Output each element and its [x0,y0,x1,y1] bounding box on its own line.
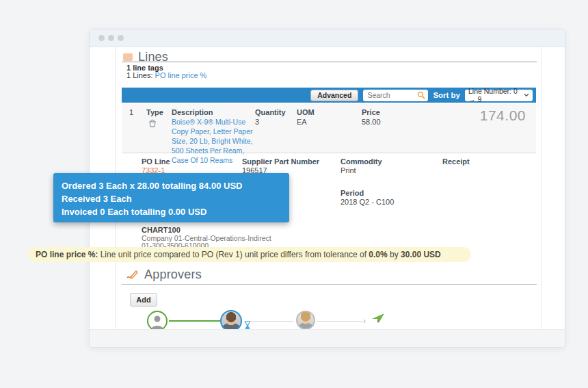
chevron-down-icon [524,93,529,97]
sort-dropdown[interactable]: Line Number: 0 → 9 [465,90,533,101]
line-tags-detail: 1 Lines: PO line price % [126,71,206,79]
col-header-uom: UOM [297,108,315,116]
tolerance-note-text-1: Line unit price compared to PO (Rev 1) u… [98,250,369,259]
period-header: Period [340,189,364,197]
add-approver-button[interactable]: Add [130,293,157,307]
approvers-section-divider [122,284,537,285]
col-header-quantity: Quantity [255,108,286,116]
tolerance-note-text-2: by [388,250,401,259]
line-price: 58.00 [362,118,381,126]
signature-pen-icon [126,270,139,280]
window-footer [90,329,565,347]
approvers-section-title: Approvers [144,268,202,282]
line-total: 174.00 [480,107,526,124]
account-code: CHART100 [142,226,181,234]
tolerance-note-percent: 0.0% [369,250,387,259]
approver-avatar-3[interactable] [296,311,315,330]
commodity-value: Print [340,166,356,174]
tooltip-invoiced-line: Invoiced 0 Each totalling 0.00 USD [62,205,281,218]
line-item-row: 1 Type Description Boise® X-9® Multi-Use… [122,104,536,153]
sort-by-label: Sort by [433,91,460,99]
chain-arrow-icon: › [363,318,366,324]
approver-avatar-2-current[interactable] [220,310,242,331]
window-dot-2[interactable] [108,35,114,41]
col-header-description: Description [172,108,213,116]
commodity-header: Commodity [340,157,382,166]
search-icon[interactable] [417,91,425,99]
pending-connector-line-2 [317,321,363,322]
shopping-cart-icon [147,118,158,128]
window-dot-3[interactable] [118,35,124,41]
lines-section-divider [122,62,537,62]
period-value: 2018 Q2 - C100 [340,198,394,206]
advanced-button[interactable]: Advanced [310,90,358,101]
tolerance-warning-note: PO line price %: Line unit price compare… [28,247,471,262]
approver-avatar-1[interactable] [147,311,168,331]
window-titlebar [90,29,565,47]
approved-connector-line [169,320,220,322]
po-line-price-link[interactable]: PO line price % [155,71,207,79]
tolerance-note-label: PO line price %: [36,250,98,259]
lines-count-label: 1 Lines: [126,71,153,79]
col-header-type: Type [146,108,163,116]
receipt-header: Receipt [442,157,470,166]
line-number: 1 [129,108,133,116]
search-input[interactable] [367,91,417,99]
pending-connector-line-1 [244,321,294,322]
person-silhouette-icon [148,312,166,330]
quantity-tooltip: Ordered 3 Each x 28.00 totalling 84.00 U… [53,173,289,222]
line-quantity: 3 [255,118,259,126]
tooltip-received-line: Received 3 Each [62,192,281,205]
search-box [363,90,428,101]
col-header-price: Price [362,108,380,116]
approvers-section-header: Approvers [126,268,202,282]
window-dot-1[interactable] [98,35,105,41]
supplier-part-number-header: Supplier Part Number [242,157,319,166]
lines-section-icon [123,53,133,61]
lines-toolbar: Advanced Sort by Line Number: 0 → 9 [122,88,536,103]
paper-plane-icon [371,313,385,324]
line-uom: EA [297,118,307,126]
sort-dropdown-value: Line Number: 0 → 9 [468,87,524,103]
tooltip-ordered-line: Ordered 3 Each x 28.00 totalling 84.00 U… [62,179,281,192]
po-line-header: PO Line [142,157,170,166]
tolerance-note-amount: 30.00 USD [401,250,441,259]
